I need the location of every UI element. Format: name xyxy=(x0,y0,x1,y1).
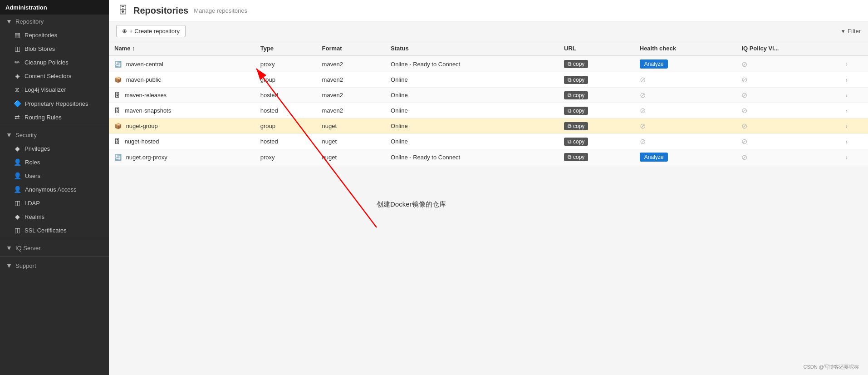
row-expand-icon: › xyxy=(845,153,848,161)
copy-url-button[interactable]: ⧉ copy xyxy=(564,107,588,115)
row-health: ⊘ xyxy=(634,88,736,103)
sidebar-item-repositories[interactable]: ▦ Repositories xyxy=(0,28,109,42)
copy-url-button[interactable]: ⧉ copy xyxy=(564,91,588,99)
row-status: Online - Ready to Connect xyxy=(385,56,559,72)
copy-label: copy xyxy=(573,154,584,160)
row-chevron[interactable]: › xyxy=(840,134,868,149)
sidebar-item-users[interactable]: 👤 Users xyxy=(0,169,109,183)
table-row[interactable]: 🔄 maven-central proxy maven2 Online - Re… xyxy=(109,56,868,72)
row-chevron[interactable]: › xyxy=(840,56,868,72)
table-row[interactable]: 🗄 maven-releases hosted maven2 Online ⧉ … xyxy=(109,88,868,103)
main-content: 🗄 Repositories Manage repositories ⊕ + C… xyxy=(109,0,868,375)
sidebar-item-privileges[interactable]: ◆ Privileges xyxy=(0,142,109,155)
sidebar-group-security[interactable]: ▼ Security xyxy=(0,128,109,142)
repo-name-label: maven-public xyxy=(126,76,161,83)
filter-area: ▾ Filter xyxy=(842,28,861,35)
col-name: Name ↑ xyxy=(109,41,255,56)
row-format: nuget xyxy=(317,134,385,149)
copy-label: copy xyxy=(573,108,584,114)
sidebar-item-label: Realms xyxy=(25,213,44,220)
row-format: maven2 xyxy=(317,72,385,88)
sidebar-item-proprietary[interactable]: 🔷 Proprietary Repositories xyxy=(0,97,109,110)
sidebar-item-ldap[interactable]: ◫ LDAP xyxy=(0,196,109,210)
sidebar-item-routing-rules[interactable]: ⇄ Routing Rules xyxy=(0,110,109,124)
sidebar-group-repository[interactable]: ▼ Repository xyxy=(0,15,109,28)
row-type: proxy xyxy=(255,149,317,165)
row-iq: ⊘ xyxy=(736,88,840,103)
row-expand-icon: › xyxy=(845,107,848,114)
row-chevron[interactable]: › xyxy=(840,118,868,134)
row-type-icon: 🔄 xyxy=(114,154,122,161)
table-row[interactable]: 🗄 maven-snapshots hosted maven2 Online ⧉… xyxy=(109,103,868,118)
content-selectors-icon: ◈ xyxy=(14,72,21,79)
sidebar-item-label: Blob Stores xyxy=(25,45,55,52)
cleanup-icon: ✏ xyxy=(14,59,21,66)
row-type: hosted xyxy=(255,134,317,149)
sidebar-item-log4j[interactable]: ⧖ Log4j Visualizer xyxy=(0,83,109,97)
row-type: group xyxy=(255,118,317,134)
copy-url-button[interactable]: ⧉ copy xyxy=(564,153,588,161)
table-row[interactable]: 🔄 nuget.org-proxy proxy nuget Online - R… xyxy=(109,149,868,165)
row-type: hosted xyxy=(255,88,317,103)
copy-url-button[interactable]: ⧉ copy xyxy=(564,122,588,130)
iq-circle-icon: ⊘ xyxy=(741,107,747,114)
repositories-header-icon: 🗄 xyxy=(118,5,128,16)
col-status: Status xyxy=(385,41,559,56)
sidebar-item-content-selectors[interactable]: ◈ Content Selectors xyxy=(0,69,109,83)
row-chevron[interactable]: › xyxy=(840,149,868,165)
row-chevron[interactable]: › xyxy=(840,72,868,88)
row-format: maven2 xyxy=(317,88,385,103)
copy-icon: ⧉ xyxy=(568,77,572,83)
table-row[interactable]: 📦 maven-public group maven2 Online ⧉ cop… xyxy=(109,72,868,88)
filter-label: Filter xyxy=(848,28,861,35)
annotation-text: 创建Docker镜像的仓库 xyxy=(377,200,446,209)
repositories-icon: ▦ xyxy=(14,31,21,39)
row-name: 📦 nuget-group xyxy=(109,118,255,134)
row-status: Online - Ready to Connect xyxy=(385,149,559,165)
row-chevron[interactable]: › xyxy=(840,88,868,103)
row-url: ⧉ copy xyxy=(559,72,634,88)
copy-url-button[interactable]: ⧉ copy xyxy=(564,60,588,68)
row-name: 🗄 nuget-hosted xyxy=(109,134,255,149)
sidebar-item-label: Repositories xyxy=(25,32,57,39)
realms-icon: ◆ xyxy=(14,213,21,220)
sidebar-item-realms[interactable]: ◆ Realms xyxy=(0,210,109,223)
sidebar-item-anonymous-access[interactable]: 👤 Anonymous Access xyxy=(0,183,109,196)
health-circle-icon: ⊘ xyxy=(640,138,646,145)
row-url: ⧉ copy xyxy=(559,118,634,134)
health-circle-icon: ⊘ xyxy=(640,122,646,130)
analyze-button[interactable]: Analyze xyxy=(640,59,668,69)
table-header-row: Name ↑ Type Format Status URL Health che… xyxy=(109,41,868,56)
row-type-icon: 🗄 xyxy=(114,92,120,99)
sidebar-item-roles[interactable]: 👤 Roles xyxy=(0,155,109,169)
blob-stores-icon: ◫ xyxy=(14,45,21,52)
routing-icon: ⇄ xyxy=(14,113,21,121)
create-repository-button[interactable]: ⊕ + Create repository xyxy=(116,25,186,37)
copy-icon: ⧉ xyxy=(568,108,572,114)
filter-icon: ▾ xyxy=(842,28,845,35)
row-type-icon: 📦 xyxy=(114,123,122,129)
sidebar-item-label: SSL Certificates xyxy=(25,227,67,234)
analyze-button[interactable]: Analyze xyxy=(640,153,668,162)
copy-url-button[interactable]: ⧉ copy xyxy=(564,138,588,146)
sidebar-item-cleanup-policies[interactable]: ✏ Cleanup Policies xyxy=(0,55,109,69)
row-type: proxy xyxy=(255,56,317,72)
row-chevron[interactable]: › xyxy=(840,103,868,118)
sidebar-group-iq-server[interactable]: ▼ IQ Server xyxy=(0,241,109,255)
row-type-icon: 📦 xyxy=(114,76,122,83)
copy-url-button[interactable]: ⧉ copy xyxy=(564,76,588,84)
row-format: nuget xyxy=(317,149,385,165)
group-iq-label: IQ Server xyxy=(15,245,41,252)
table-row[interactable]: 📦 nuget-group group nuget Online ⧉ copy … xyxy=(109,118,868,134)
row-name: 🔄 maven-central xyxy=(109,56,255,72)
sidebar-item-blob-stores[interactable]: ◫ Blob Stores xyxy=(0,42,109,55)
sidebar-header-label: Administration xyxy=(5,4,47,11)
row-url: ⧉ copy xyxy=(559,88,634,103)
sidebar-item-ssl[interactable]: ◫ SSL Certificates xyxy=(0,223,109,237)
main-header: 🗄 Repositories Manage repositories xyxy=(109,0,868,21)
repo-name-label: maven-releases xyxy=(125,92,167,99)
row-expand-icon: › xyxy=(845,60,848,68)
col-type: Type xyxy=(255,41,317,56)
table-row[interactable]: 🗄 nuget-hosted hosted nuget Online ⧉ cop… xyxy=(109,134,868,149)
sidebar-group-support[interactable]: ▼ Support xyxy=(0,259,109,272)
